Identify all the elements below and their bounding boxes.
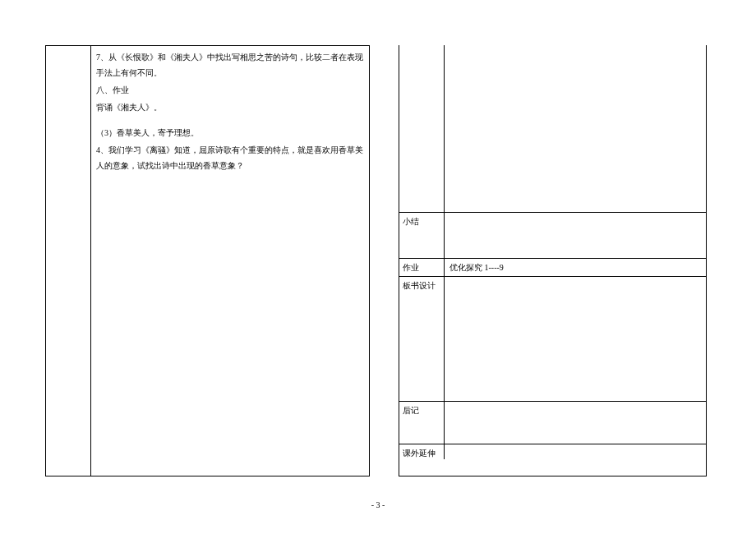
page-number: - 3 -	[0, 500, 756, 509]
content-extension	[445, 444, 706, 459]
label-summary: 小结	[399, 213, 445, 258]
paragraph-2: 八、作业	[96, 82, 364, 98]
left-table: 7、从《长恨歌》和《湘夫人》中找出写相思之苦的诗句，比较二者在表现手法上有何不同…	[45, 45, 370, 476]
label-board-design: 板书设计	[399, 277, 445, 401]
right-table: 小结 作业 优化探究 1----9 板书设计 后记 课外延伸	[399, 45, 707, 476]
paragraph-4: （3）香草美人，寄予理想。	[96, 125, 364, 140]
left-content-column: 7、从《长恨歌》和《湘夫人》中找出写相思之苦的诗句，比较二者在表现手法上有何不同…	[91, 46, 369, 476]
content-blank	[445, 45, 706, 212]
right-row-summary: 小结	[399, 212, 706, 258]
left-column-empty	[46, 46, 91, 476]
label-extension: 课外延伸	[399, 444, 445, 459]
right-row-board-design: 板书设计	[399, 276, 706, 401]
paragraph-1: 7、从《长恨歌》和《湘夫人》中找出写相思之苦的诗句，比较二者在表现手法上有何不同…	[96, 49, 364, 81]
content-board-design	[445, 277, 706, 401]
right-row-extension: 课外延伸	[399, 444, 706, 459]
label-homework: 作业	[399, 259, 445, 276]
content-summary	[445, 213, 706, 258]
label-blank	[399, 45, 445, 212]
paragraph-3: 背诵《湘夫人》。	[96, 99, 364, 115]
right-row-blank	[399, 45, 706, 212]
right-row-homework: 作业 优化探究 1----9	[399, 258, 706, 276]
content-postscript	[445, 402, 706, 444]
right-row-postscript: 后记	[399, 401, 706, 444]
content-homework: 优化探究 1----9	[445, 259, 706, 276]
paragraph-5: 4、我们学习《离骚》知道，屈原诗歌有个重要的特点，就是喜欢用香草美人的意象，试找…	[96, 142, 364, 173]
label-postscript: 后记	[399, 402, 445, 444]
